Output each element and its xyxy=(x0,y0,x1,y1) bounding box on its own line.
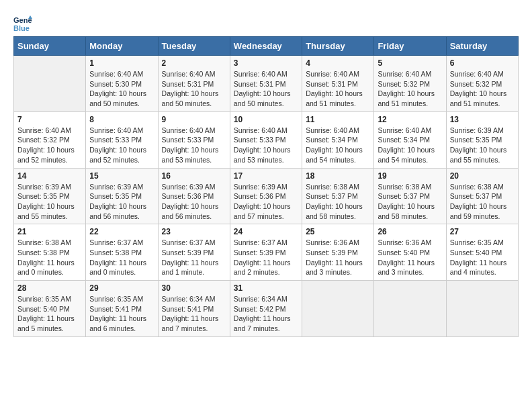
calendar-cell xyxy=(302,281,374,337)
calendar-cell: 16Sunrise: 6:39 AMSunset: 5:36 PMDayligh… xyxy=(158,168,230,224)
day-number: 31 xyxy=(234,283,298,293)
day-number: 22 xyxy=(89,227,154,236)
day-info: Sunrise: 6:39 AMSunset: 5:35 PMDaylight:… xyxy=(89,182,154,222)
day-info: Sunrise: 6:40 AMSunset: 5:33 PMDaylight:… xyxy=(162,126,226,165)
day-number: 3 xyxy=(234,58,298,68)
calendar-cell: 4Sunrise: 6:40 AMSunset: 5:31 PMDaylight… xyxy=(302,56,374,112)
calendar-cell: 29Sunrise: 6:35 AMSunset: 5:41 PMDayligh… xyxy=(86,281,158,337)
day-info: Sunrise: 6:38 AMSunset: 5:37 PMDaylight:… xyxy=(378,182,442,222)
day-number: 21 xyxy=(17,227,82,236)
day-info: Sunrise: 6:39 AMSunset: 5:35 PMDaylight:… xyxy=(450,126,515,165)
header-saturday: Saturday xyxy=(446,37,518,56)
calendar-cell: 12Sunrise: 6:40 AMSunset: 5:34 PMDayligh… xyxy=(374,111,446,168)
day-info: Sunrise: 6:40 AMSunset: 5:34 PMDaylight:… xyxy=(306,126,370,165)
day-info: Sunrise: 6:40 AMSunset: 5:32 PMDaylight:… xyxy=(378,69,442,109)
svg-text:Blue: Blue xyxy=(13,24,30,32)
header-sunday: Sunday xyxy=(14,37,86,56)
calendar-cell: 28Sunrise: 6:35 AMSunset: 5:40 PMDayligh… xyxy=(14,281,86,337)
calendar-cell: 20Sunrise: 6:38 AMSunset: 5:37 PMDayligh… xyxy=(446,168,518,224)
day-info: Sunrise: 6:37 AMSunset: 5:38 PMDaylight:… xyxy=(89,238,154,277)
header-tuesday: Tuesday xyxy=(158,37,230,56)
calendar-cell: 5Sunrise: 6:40 AMSunset: 5:32 PMDaylight… xyxy=(374,56,446,112)
calendar-cell: 15Sunrise: 6:39 AMSunset: 5:35 PMDayligh… xyxy=(86,168,158,224)
calendar-cell: 24Sunrise: 6:37 AMSunset: 5:39 PMDayligh… xyxy=(230,224,302,281)
day-number: 23 xyxy=(162,227,226,236)
calendar-cell xyxy=(374,281,446,337)
day-info: Sunrise: 6:39 AMSunset: 5:36 PMDaylight:… xyxy=(162,182,226,222)
day-info: Sunrise: 6:36 AMSunset: 5:39 PMDaylight:… xyxy=(306,238,370,277)
day-number: 26 xyxy=(378,227,442,236)
calendar-cell: 1Sunrise: 6:40 AMSunset: 5:30 PMDaylight… xyxy=(86,56,158,112)
day-number: 1 xyxy=(89,58,154,68)
day-number: 20 xyxy=(450,171,515,181)
header-friday: Friday xyxy=(374,37,446,56)
day-number: 24 xyxy=(234,227,298,236)
calendar-header: SundayMondayTuesdayWednesdayThursdayFrid… xyxy=(14,37,519,56)
day-info: Sunrise: 6:40 AMSunset: 5:32 PMDaylight:… xyxy=(450,69,515,109)
calendar-cell: 2Sunrise: 6:40 AMSunset: 5:31 PMDaylight… xyxy=(158,56,230,112)
day-number: 10 xyxy=(234,115,298,124)
day-number: 17 xyxy=(234,171,298,181)
header-wednesday: Wednesday xyxy=(230,37,302,56)
calendar-cell: 6Sunrise: 6:40 AMSunset: 5:32 PMDaylight… xyxy=(446,56,518,112)
calendar-cell: 3Sunrise: 6:40 AMSunset: 5:31 PMDaylight… xyxy=(230,56,302,112)
calendar-cell: 8Sunrise: 6:40 AMSunset: 5:33 PMDaylight… xyxy=(86,111,158,168)
day-info: Sunrise: 6:40 AMSunset: 5:33 PMDaylight:… xyxy=(234,126,298,165)
day-number: 28 xyxy=(17,283,82,293)
day-info: Sunrise: 6:34 AMSunset: 5:42 PMDaylight:… xyxy=(234,294,298,334)
calendar-cell: 14Sunrise: 6:39 AMSunset: 5:35 PMDayligh… xyxy=(14,168,86,224)
header-thursday: Thursday xyxy=(302,37,374,56)
calendar-body: 1Sunrise: 6:40 AMSunset: 5:30 PMDaylight… xyxy=(14,56,519,337)
day-number: 7 xyxy=(17,115,82,124)
calendar-week-row: 21Sunrise: 6:38 AMSunset: 5:38 PMDayligh… xyxy=(14,224,519,281)
day-number: 18 xyxy=(306,171,370,181)
calendar-cell: 9Sunrise: 6:40 AMSunset: 5:33 PMDaylight… xyxy=(158,111,230,168)
header-row: SundayMondayTuesdayWednesdayThursdayFrid… xyxy=(14,37,519,56)
calendar-cell: 31Sunrise: 6:34 AMSunset: 5:42 PMDayligh… xyxy=(230,281,302,337)
calendar-cell: 13Sunrise: 6:39 AMSunset: 5:35 PMDayligh… xyxy=(446,111,518,168)
day-number: 12 xyxy=(378,115,442,124)
day-number: 5 xyxy=(378,58,442,68)
logo: General Blue xyxy=(13,13,35,32)
day-number: 16 xyxy=(162,171,226,181)
calendar-cell: 22Sunrise: 6:37 AMSunset: 5:38 PMDayligh… xyxy=(86,224,158,281)
day-number: 6 xyxy=(450,58,515,68)
day-number: 27 xyxy=(450,227,515,236)
calendar-week-row: 7Sunrise: 6:40 AMSunset: 5:32 PMDaylight… xyxy=(14,111,519,168)
day-number: 9 xyxy=(162,115,226,124)
calendar-cell: 19Sunrise: 6:38 AMSunset: 5:37 PMDayligh… xyxy=(374,168,446,224)
day-info: Sunrise: 6:38 AMSunset: 5:38 PMDaylight:… xyxy=(17,238,82,277)
day-info: Sunrise: 6:40 AMSunset: 5:31 PMDaylight:… xyxy=(162,69,226,109)
day-number: 4 xyxy=(306,58,370,68)
calendar-cell: 23Sunrise: 6:37 AMSunset: 5:39 PMDayligh… xyxy=(158,224,230,281)
calendar-cell: 26Sunrise: 6:36 AMSunset: 5:40 PMDayligh… xyxy=(374,224,446,281)
day-info: Sunrise: 6:37 AMSunset: 5:39 PMDaylight:… xyxy=(162,238,226,277)
calendar-week-row: 28Sunrise: 6:35 AMSunset: 5:40 PMDayligh… xyxy=(14,281,519,337)
calendar-cell: 17Sunrise: 6:39 AMSunset: 5:36 PMDayligh… xyxy=(230,168,302,224)
day-number: 8 xyxy=(89,115,154,124)
day-info: Sunrise: 6:40 AMSunset: 5:34 PMDaylight:… xyxy=(378,126,442,165)
day-info: Sunrise: 6:40 AMSunset: 5:30 PMDaylight:… xyxy=(89,69,154,109)
day-info: Sunrise: 6:35 AMSunset: 5:40 PMDaylight:… xyxy=(17,294,82,334)
day-info: Sunrise: 6:39 AMSunset: 5:36 PMDaylight:… xyxy=(234,182,298,222)
day-info: Sunrise: 6:40 AMSunset: 5:32 PMDaylight:… xyxy=(17,126,82,165)
day-number: 30 xyxy=(162,283,226,293)
calendar-cell: 7Sunrise: 6:40 AMSunset: 5:32 PMDaylight… xyxy=(14,111,86,168)
calendar-cell: 18Sunrise: 6:38 AMSunset: 5:37 PMDayligh… xyxy=(302,168,374,224)
calendar-cell: 25Sunrise: 6:36 AMSunset: 5:39 PMDayligh… xyxy=(302,224,374,281)
day-info: Sunrise: 6:38 AMSunset: 5:37 PMDaylight:… xyxy=(306,182,370,222)
calendar-cell: 27Sunrise: 6:35 AMSunset: 5:40 PMDayligh… xyxy=(446,224,518,281)
day-number: 19 xyxy=(378,171,442,181)
calendar-cell xyxy=(446,281,518,337)
day-number: 13 xyxy=(450,115,515,124)
day-number: 2 xyxy=(162,58,226,68)
calendar-cell: 30Sunrise: 6:34 AMSunset: 5:41 PMDayligh… xyxy=(158,281,230,337)
day-number: 29 xyxy=(89,283,154,293)
day-info: Sunrise: 6:38 AMSunset: 5:37 PMDaylight:… xyxy=(450,182,515,222)
logo-icon: General Blue xyxy=(13,13,32,32)
calendar-week-row: 14Sunrise: 6:39 AMSunset: 5:35 PMDayligh… xyxy=(14,168,519,224)
day-info: Sunrise: 6:34 AMSunset: 5:41 PMDaylight:… xyxy=(162,294,226,334)
page-header: General Blue xyxy=(13,13,519,32)
day-info: Sunrise: 6:36 AMSunset: 5:40 PMDaylight:… xyxy=(378,238,442,277)
day-number: 15 xyxy=(89,171,154,181)
